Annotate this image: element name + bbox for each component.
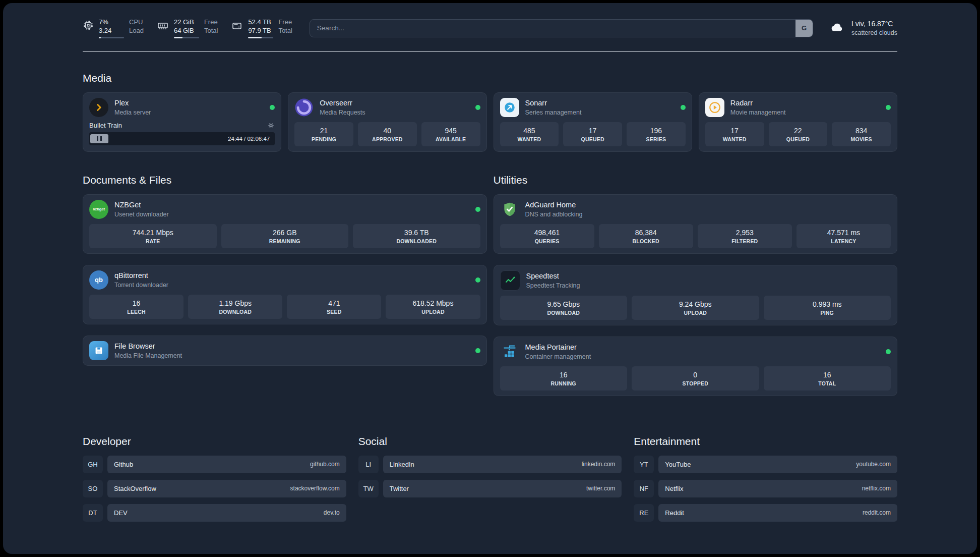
sonarr-link[interactable]: Sonarr Series management xyxy=(500,98,686,117)
cpu-label: CPU xyxy=(129,18,144,27)
bookmark-stackoverflow[interactable]: SO StackOverflow stackoverflow.com xyxy=(83,480,346,497)
bookmark-url: reddit.com xyxy=(863,509,891,516)
bookmark-netflix[interactable]: NF Netflix netflix.com xyxy=(634,480,897,497)
app-subtitle: DNS and adblocking xyxy=(525,210,583,218)
gear-icon[interactable] xyxy=(267,122,275,129)
bookmark-url: dev.to xyxy=(324,509,340,516)
stat-label: RATE xyxy=(91,238,215,244)
speedtest-card: Speedtest Speedtest Tracking 9.65 Gbps D… xyxy=(494,265,898,325)
dashboard: 7% 3.24 CPU Load 22 GiB 64 GiB xyxy=(3,3,977,554)
app-subtitle: Usenet downloader xyxy=(114,210,169,218)
stat-value: 196 xyxy=(629,127,684,135)
stat-label: RUNNING xyxy=(502,380,626,386)
weather-widget: Lviv, 16.87°C scattered clouds xyxy=(828,19,897,37)
status-dot xyxy=(886,105,891,110)
search-input[interactable] xyxy=(310,19,813,37)
qbittorrent-link[interactable]: qb qBittorrent Torrent downloader xyxy=(89,270,480,290)
stat-tile: 9.65 Gbps DOWNLOAD xyxy=(500,296,628,320)
stat-label: QUERIES xyxy=(502,238,592,244)
bookmark-name: Netflix xyxy=(665,485,683,492)
bookmark-dev[interactable]: DT DEV dev.to xyxy=(83,504,346,522)
qbittorrent-icon: qb xyxy=(89,270,108,290)
bookmark-name: DEV xyxy=(114,509,128,517)
status-dot xyxy=(270,105,275,110)
stat-label: UPLOAD xyxy=(388,309,478,315)
stat-tile: 9.24 Gbps UPLOAD xyxy=(632,296,759,320)
bookmarks-developer: Developer GH Github github.com SO StackO… xyxy=(83,435,346,528)
adguard-icon xyxy=(500,200,519,219)
plex-link[interactable]: Plex Media server xyxy=(89,98,275,117)
stat-tile: 16 TOTAL xyxy=(764,366,891,391)
adguard-card: AdGuard Home DNS and adblocking 498,461 … xyxy=(494,194,898,254)
app-subtitle: Series management xyxy=(525,108,582,117)
cloud-icon xyxy=(828,20,846,37)
stat-tile: 39.6 TB DOWNLOADED xyxy=(353,224,480,248)
app-subtitle: Container management xyxy=(525,353,591,361)
stat-tile: 86,384 BLOCKED xyxy=(599,224,693,248)
nzbget-link[interactable]: nzbget NZBGet Usenet downloader xyxy=(89,200,480,219)
sonarr-card: Sonarr Series management 485 WANTED 17 Q… xyxy=(494,92,692,152)
stat-value: 40 xyxy=(360,127,415,135)
filebrowser-link[interactable]: File Browser Media File Management xyxy=(89,341,480,360)
portainer-icon xyxy=(500,342,519,361)
status-dot xyxy=(475,105,480,110)
stat-value: 9.65 Gbps xyxy=(502,300,626,308)
stat-tile: 2,953 FILTERED xyxy=(698,224,792,248)
stat-value: 834 xyxy=(834,127,889,135)
stat-tile: 485 WANTED xyxy=(500,122,559,146)
bookmark-abbr: NF xyxy=(634,480,654,497)
adguard-link[interactable]: AdGuard Home DNS and adblocking xyxy=(500,200,891,219)
bookmark-linkedin[interactable]: LI LinkedIn linkedin.com xyxy=(358,456,622,473)
bookmark-url: linkedin.com xyxy=(582,461,616,468)
nzbget-card: nzbget NZBGet Usenet downloader 744.21 M… xyxy=(83,194,487,254)
bookmark-abbr: GH xyxy=(83,456,103,473)
status-dot xyxy=(475,207,480,212)
bookmark-reddit[interactable]: RE Reddit reddit.com xyxy=(634,504,897,522)
overseerr-link[interactable]: Overseerr Media Requests xyxy=(294,98,480,117)
app-subtitle: Torrent downloader xyxy=(114,281,168,289)
bookmark-abbr: LI xyxy=(358,456,379,473)
stat-value: 17 xyxy=(707,127,762,135)
search-provider-button[interactable]: G xyxy=(795,20,813,37)
bookmarks: Developer GH Github github.com SO StackO… xyxy=(83,435,897,528)
bookmark-abbr: RE xyxy=(634,504,654,522)
sonarr-icon xyxy=(500,98,519,117)
stat-value: 17 xyxy=(565,127,620,135)
filebrowser-card: File Browser Media File Management xyxy=(83,336,487,366)
stat-tile: 17 QUEUED xyxy=(563,122,622,146)
app-subtitle: Movie management xyxy=(730,108,786,117)
stat-value: 22 xyxy=(771,127,826,135)
app-subtitle: Media File Management xyxy=(114,352,182,360)
bookmark-github[interactable]: GH Github github.com xyxy=(83,456,346,473)
status-dot xyxy=(475,348,480,353)
qbittorrent-card: qb qBittorrent Torrent downloader 16 LEE… xyxy=(83,265,487,324)
stat-label: QUEUED xyxy=(565,136,620,142)
bookmark-name: Github xyxy=(114,461,133,468)
bookmark-name: LinkedIn xyxy=(390,461,414,468)
bookmark-url: stackoverflow.com xyxy=(290,485,340,492)
filebrowser-icon xyxy=(89,341,108,360)
bookmark-youtube[interactable]: YT YouTube youtube.com xyxy=(634,456,897,473)
stat-label: SEED xyxy=(289,309,379,315)
stat-label: TOTAL xyxy=(766,380,889,386)
disk-meter xyxy=(248,37,273,38)
media-grid: Plex Media server Bullet Train 24:44 / 0… xyxy=(83,92,897,152)
cpu-load-value: 3.24 xyxy=(99,27,124,35)
radarr-link[interactable]: Radarr Movie management xyxy=(705,98,891,117)
stat-label: PING xyxy=(766,310,889,316)
stat-tile: 945 AVAILABLE xyxy=(421,122,480,146)
plex-card: Plex Media server Bullet Train 24:44 / 0… xyxy=(83,92,281,152)
stat-label: APPROVED xyxy=(360,136,415,142)
portainer-link[interactable]: Media Portainer Container management xyxy=(500,342,891,361)
bookmarks-social: Social LI LinkedIn linkedin.com TW Twitt… xyxy=(358,435,622,528)
stat-value: 266 GB xyxy=(223,229,347,237)
section-title-social: Social xyxy=(358,435,622,448)
stat-label: BLOCKED xyxy=(601,238,691,244)
stat-tile: 47.571 ms LATENCY xyxy=(797,224,891,248)
speedtest-link[interactable]: Speedtest Speedtest Tracking xyxy=(500,270,891,291)
pause-button[interactable] xyxy=(90,134,108,143)
bookmark-twitter[interactable]: TW Twitter twitter.com xyxy=(358,480,622,497)
stat-tile: 17 WANTED xyxy=(705,122,764,146)
now-playing-title: Bullet Train xyxy=(89,122,122,129)
disk-total-value: 97.9 TB xyxy=(248,27,273,35)
